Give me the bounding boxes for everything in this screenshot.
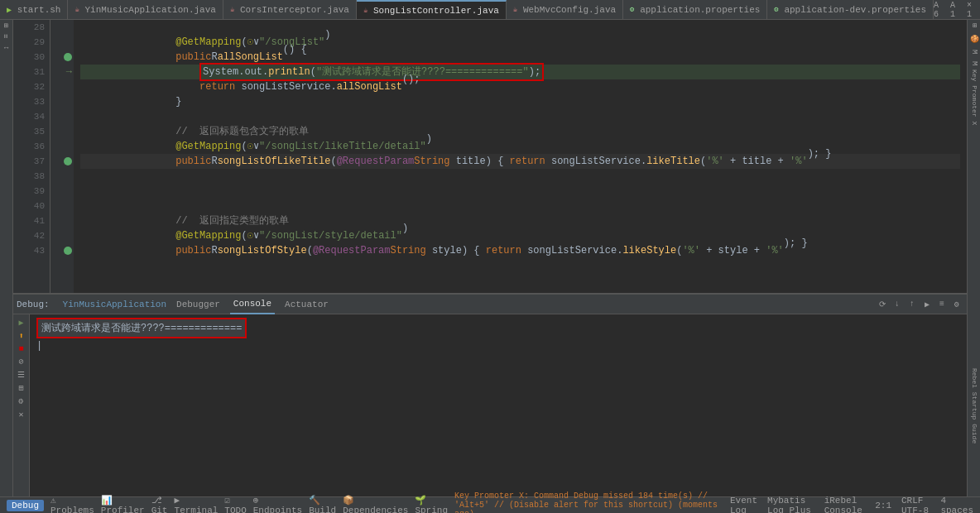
code-line-37: public R songListOfLikeTitle(@RequestPar… (80, 154, 960, 169)
build-btn[interactable]: 🔨 Build (309, 495, 336, 513)
debug-step-into-btn[interactable]: ↓ (891, 298, 904, 311)
cookie-icon[interactable]: 🍪 (970, 34, 978, 43)
debug-panel: Debug: YinMusicApplication Debugger Cons… (13, 293, 967, 496)
event-log-btn[interactable]: Event Log (730, 496, 757, 514)
debug-status-btn[interactable]: Debug (7, 500, 44, 511)
debug-settings2-icon[interactable]: ☰ (17, 370, 25, 380)
code-line-43: public R songListOfStyle(@RequestParam S… (80, 243, 960, 258)
code-line-40 (80, 199, 960, 213)
tab-appdev[interactable]: ⚙ application-dev.properties (767, 0, 934, 20)
debug-resume-icon[interactable]: ▶ (18, 318, 23, 328)
git-btn[interactable]: ⎇ Git (151, 495, 168, 513)
structure-icon[interactable]: ≡ (2, 34, 11, 38)
tab-bar: ▶ start.sh ☕ YinMusicApplication.java ☕ … (0, 0, 980, 20)
indent-indicator: 4 spaces (940, 496, 973, 514)
info-count: × 1 (967, 1, 977, 19)
spring-btn[interactable]: 🌱 Spring (415, 495, 448, 513)
debug-tab-actuator[interactable]: Actuator (281, 295, 332, 314)
project-sidebar-icon[interactable]: ⊞ (2, 23, 11, 27)
debug-mute-icon[interactable]: ⊘ (18, 357, 23, 367)
profiler-btn[interactable]: 📊 Profiler (101, 495, 145, 513)
tab-cors[interactable]: ☕ CorsInterceptor.java (223, 0, 357, 20)
debug-cursor: | (36, 340, 42, 352)
terminal-btn[interactable]: ▶ Terminal (175, 495, 219, 513)
tab-appprops[interactable]: ⚙ application.properties (623, 0, 767, 20)
debug-title-label: Debug: (17, 300, 50, 309)
debug-content: ▶ ⬆ ■ ⊘ ☰ ⊞ ⚙ ✕ 测试跨域请求是否能进????==========… (13, 314, 967, 496)
debug-app-name: YinMusicApplication (63, 300, 166, 309)
debug-output[interactable]: 测试跨域请求是否能进????============= | (30, 314, 967, 496)
debug-tab-console[interactable]: Console (230, 295, 275, 314)
code-line-39 (80, 184, 960, 199)
warning-count: A 1 (950, 1, 960, 19)
irebel-btn[interactable]: iRebel Console (824, 496, 866, 514)
status-message: Key Promoter X: Command Debug missed 184… (454, 491, 730, 513)
endpoints-btn[interactable]: ⊕ Endpoints (253, 495, 302, 513)
debug-left-icons: ▶ ⬆ ■ ⊘ ☰ ⊞ ⚙ ✕ (13, 314, 30, 496)
code-line-34 (80, 109, 960, 124)
debug-stop-icon[interactable]: ■ (18, 344, 23, 353)
line-numbers: 28 29 30 31 32 33 34 35 36 37 38 39 40 4… (13, 20, 50, 293)
code-line-32: return songListService.allSongList(); (80, 79, 960, 94)
code-line-33: } (80, 94, 960, 109)
code-editor[interactable]: 28 29 30 31 32 33 34 35 36 37 38 39 40 4… (13, 20, 967, 293)
mybatis-btn[interactable]: Mybatis Log Plus (767, 496, 814, 514)
left-sidebar: ⊞ ≡ ↕ (0, 20, 13, 496)
debug-tab-debugger[interactable]: Debugger (173, 295, 223, 314)
encoding-indicator: CRLF UTF-8 (901, 496, 930, 514)
fullrequest-icon[interactable]: ↕ (2, 46, 11, 50)
dependencies-btn[interactable]: 📦 Dependencies (343, 495, 408, 513)
debug-list-icon[interactable]: ⊞ (18, 383, 23, 393)
error-count: A 6 (934, 1, 944, 19)
right-sidebar: ⊞ 🍪 M My Key Promoter X Rebel Startup Gu… (967, 20, 980, 496)
problems-btn[interactable]: ⚠ Problems (50, 495, 94, 513)
code-line-28 (80, 20, 960, 35)
status-bar: Debug ⚠ Problems 📊 Profiler ⎇ Git ▶ Term… (0, 496, 980, 513)
tab-webmvc[interactable]: ☕ WebMvcConfig.java (507, 0, 623, 20)
debug-header: Debug: YinMusicApplication Debugger Cons… (13, 295, 967, 314)
editor-area: 28 29 30 31 32 33 34 35 36 37 38 39 40 4… (13, 20, 967, 496)
gutter-icons: → (50, 20, 74, 293)
debug-pause-icon[interactable]: ⬆ (18, 331, 23, 341)
code-line-31: System.out.println("测试跨域请求是否能进????======… (80, 65, 960, 79)
code-content[interactable]: @GetMapping(☉∨"/songList") public R allS… (74, 20, 967, 293)
code-line-29: @GetMapping(☉∨"/songList") (80, 35, 960, 50)
main-layout: ⊞ ≡ ↕ 28 29 30 31 32 33 34 35 36 37 (0, 20, 980, 496)
maven-icon[interactable]: M (970, 50, 978, 54)
position-indicator: 2:1 (875, 501, 891, 511)
debug-close-icon[interactable]: ✕ (18, 410, 23, 420)
debug-step-over-btn[interactable]: ⟳ (876, 298, 889, 311)
rebel-startup-label[interactable]: Rebel Startup Guide (969, 365, 980, 447)
tab-songlist[interactable]: ☕ SongListController.java (357, 0, 507, 20)
debug-evaluate-btn[interactable]: ≡ (935, 298, 949, 311)
tab-start[interactable]: ▶ start.sh (0, 0, 68, 20)
todo-btn[interactable]: ☑ TODO (224, 495, 246, 513)
debug-step-out-btn[interactable]: ↑ (906, 298, 919, 311)
debug-toolbar: ⟳ ↓ ↑ ▶ ≡ ⚙ (876, 298, 963, 311)
debug-output-text: 测试跨域请求是否能进????============= (36, 318, 247, 338)
key-promoter-label[interactable]: Key Promoter X (969, 66, 980, 128)
status-left: Debug ⚠ Problems 📊 Profiler ⎇ Git ▶ Term… (7, 491, 730, 513)
debug-gear-icon[interactable]: ⚙ (18, 396, 23, 406)
debug-run-to-cursor-btn[interactable]: ▶ (920, 298, 934, 311)
code-line-35: // 返回标题包含文字的歌单 (80, 124, 960, 139)
debug-settings-btn[interactable]: ⚙ (950, 298, 963, 311)
code-line-41: // 返回指定类型的歌单 (80, 213, 960, 228)
database-sidebar-icon[interactable]: ⊞ (970, 23, 978, 27)
status-right: Event Log Mybatis Log Plus iRebel Consol… (730, 496, 973, 514)
tab-yinmusic[interactable]: ☕ YinMusicApplication.java (68, 0, 223, 20)
